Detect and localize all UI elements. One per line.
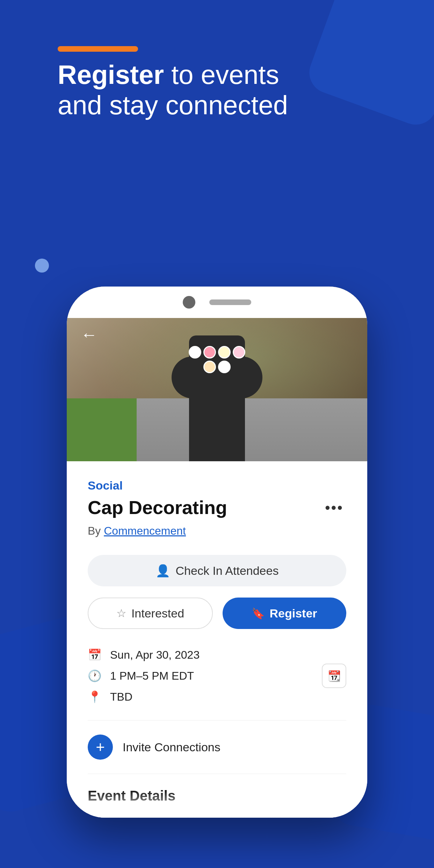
location-icon: 📍 bbox=[88, 690, 102, 703]
phone-status-bar bbox=[67, 287, 367, 318]
check-in-button[interactable]: 👤 Check In Attendees bbox=[88, 555, 346, 586]
event-organizer: By Commencement bbox=[88, 525, 346, 537]
event-header: Cap Decorating ••• bbox=[88, 497, 346, 519]
divider-1 bbox=[88, 720, 346, 721]
flower-5 bbox=[203, 361, 216, 373]
phone-mockup: ← Social Cap Decorating ••• By Commencem… bbox=[67, 287, 367, 818]
headline-bold: Register bbox=[58, 60, 164, 89]
bookmark-icon: 🔖 bbox=[252, 607, 265, 620]
invite-button[interactable]: + bbox=[88, 735, 113, 760]
phone-frame: ← Social Cap Decorating ••• By Commencem… bbox=[67, 287, 367, 818]
flower-3 bbox=[218, 346, 231, 359]
clock-icon: 🕐 bbox=[88, 669, 102, 682]
event-details-list: 📅 Sun, Apr 30, 2023 🕐 1 PM–5 PM EDT 📍 TB… bbox=[88, 648, 346, 703]
back-arrow-button[interactable]: ← bbox=[81, 325, 97, 344]
time-row: 🕐 1 PM–5 PM EDT bbox=[88, 669, 346, 682]
date-row: 📅 Sun, Apr 30, 2023 bbox=[88, 648, 346, 661]
more-menu-button[interactable]: ••• bbox=[322, 497, 346, 519]
star-icon: ☆ bbox=[116, 607, 126, 620]
event-time: 1 PM–5 PM EDT bbox=[110, 670, 194, 682]
invite-connections-row: + Invite Connections bbox=[88, 735, 346, 760]
invite-label: Invite Connections bbox=[123, 740, 220, 754]
interested-label: Interested bbox=[131, 607, 184, 620]
flower-2 bbox=[203, 346, 216, 359]
headline: Register to eventsand stay connected bbox=[58, 59, 288, 121]
person-illustration bbox=[172, 301, 262, 468]
phone-speaker bbox=[209, 299, 251, 305]
decorative-dot-left bbox=[35, 259, 49, 273]
divider-2 bbox=[88, 774, 346, 774]
event-date: Sun, Apr 30, 2023 bbox=[110, 649, 200, 661]
phone-camera bbox=[183, 296, 195, 309]
interested-button[interactable]: ☆ Interested bbox=[88, 598, 213, 629]
register-label: Register bbox=[269, 607, 317, 620]
bg-decoration-top-right bbox=[303, 0, 434, 131]
organizer-prefix: By bbox=[88, 525, 101, 537]
register-button[interactable]: 🔖 Register bbox=[223, 598, 346, 629]
location-row: 📍 TBD bbox=[88, 690, 346, 703]
content-fade bbox=[67, 790, 367, 818]
calendar-export-button[interactable]: 📆 bbox=[322, 664, 346, 688]
flower-4 bbox=[233, 346, 245, 359]
event-content-area: Social Cap Decorating ••• By Commencemen… bbox=[67, 461, 367, 818]
organizer-link[interactable]: Commencement bbox=[104, 525, 186, 537]
event-location: TBD bbox=[110, 690, 132, 703]
grass-decoration bbox=[67, 398, 137, 468]
accent-bar bbox=[58, 46, 138, 52]
event-title: Cap Decorating bbox=[88, 497, 227, 518]
calendar-icon: 📅 bbox=[88, 648, 102, 661]
flower-1 bbox=[189, 346, 201, 359]
event-category: Social bbox=[88, 479, 346, 492]
flowers-bouquet bbox=[186, 346, 248, 391]
action-buttons-row: ☆ Interested 🔖 Register bbox=[88, 598, 346, 629]
check-in-icon: 👤 bbox=[155, 564, 170, 578]
flower-6 bbox=[218, 361, 231, 373]
calendar-export-icon: 📆 bbox=[328, 670, 341, 682]
check-in-label: Check In Attendees bbox=[176, 564, 279, 578]
